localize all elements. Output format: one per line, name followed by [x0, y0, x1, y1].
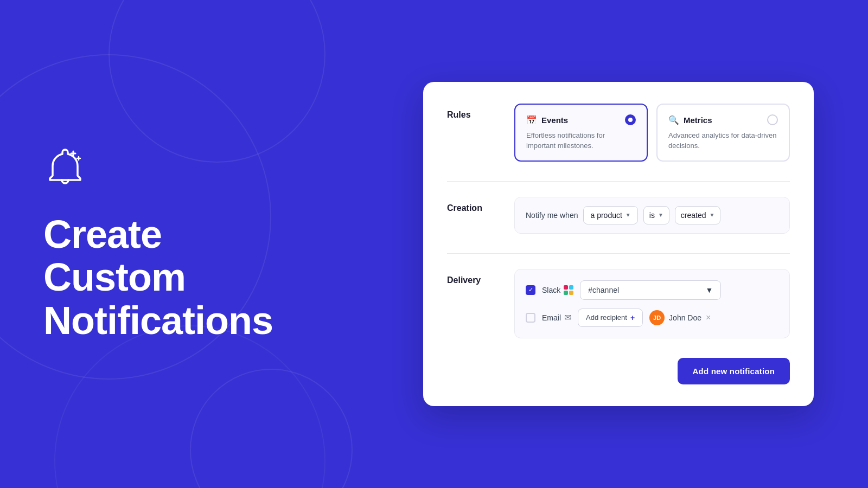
search-icon: 🔍 — [668, 115, 679, 125]
channel-select[interactable]: #channel ▼ — [580, 280, 721, 300]
state-arrow-icon: ▼ — [710, 212, 715, 218]
divider-1 — [447, 181, 790, 182]
events-title: Events — [541, 115, 568, 125]
state-dropdown[interactable]: created ▼ — [675, 206, 721, 224]
hero-title: Create Custom Notifications — [43, 213, 326, 342]
card-footer: Add new notification — [447, 358, 790, 384]
rules-content: 📅 Events Effortless notifications for im… — [514, 104, 790, 161]
metrics-title: Metrics — [684, 115, 712, 125]
add-notification-label: Add new notification — [693, 367, 775, 376]
main-card: Rules 📅 Events — [423, 82, 814, 406]
delivery-rows: ✓ Slack — [514, 269, 790, 338]
rules-label: Rules — [447, 104, 501, 120]
slack-checkbox[interactable]: ✓ — [526, 285, 535, 295]
events-option-header: 📅 Events — [526, 114, 636, 125]
subject-value: a product — [590, 211, 622, 220]
add-recipient-label: Add recipient — [586, 313, 627, 322]
creation-content: Notify me when a product ▼ is ▼ created … — [514, 197, 790, 234]
slack-label: Slack — [542, 285, 573, 295]
events-title-row: 📅 Events — [526, 115, 568, 125]
subject-dropdown[interactable]: a product ▼ — [583, 206, 637, 224]
condition-value: is — [649, 211, 655, 220]
metrics-option[interactable]: 🔍 Metrics Advanced analytics for data-dr… — [656, 104, 790, 161]
divider-2 — [447, 253, 790, 254]
state-value: created — [681, 211, 706, 220]
metrics-title-row: 🔍 Metrics — [668, 115, 712, 125]
rules-options: 📅 Events Effortless notifications for im… — [514, 104, 790, 161]
delivery-section: Delivery ✓ Slack — [447, 269, 790, 338]
email-icon: ✉ — [564, 312, 571, 323]
creation-layout: Creation Notify me when a product ▼ is ▼ — [447, 197, 790, 234]
recipient-name: John Doe — [669, 313, 701, 322]
metrics-radio[interactable] — [767, 114, 778, 125]
condition-dropdown[interactable]: is ▼ — [643, 206, 669, 224]
creation-label: Creation — [447, 197, 501, 213]
metrics-option-header: 🔍 Metrics — [668, 114, 778, 125]
calendar-icon: 📅 — [526, 115, 537, 125]
condition-arrow-icon: ▼ — [658, 212, 663, 218]
creation-row: Notify me when a product ▼ is ▼ created … — [514, 197, 790, 234]
rules-layout: Rules 📅 Events — [447, 104, 790, 161]
add-notification-button[interactable]: Add new notification — [678, 358, 790, 384]
remove-recipient-button[interactable]: × — [706, 313, 711, 322]
delivery-layout: Delivery ✓ Slack — [447, 269, 790, 338]
events-option[interactable]: 📅 Events Effortless notifications for im… — [514, 104, 648, 161]
bg-circle-3 — [190, 369, 353, 488]
delivery-content: ✓ Slack — [514, 269, 790, 338]
channel-value: #channel — [588, 286, 619, 294]
events-radio[interactable] — [625, 114, 636, 125]
add-icon: + — [630, 313, 635, 322]
right-panel: Rules 📅 Events — [369, 60, 868, 427]
rules-section: Rules 📅 Events — [447, 104, 790, 161]
avatar-initials: JD — [653, 314, 661, 321]
subject-arrow-icon: ▼ — [626, 212, 631, 218]
recipient-tag: JD John Doe × — [649, 310, 711, 325]
add-recipient-button[interactable]: Add recipient + — [578, 309, 643, 327]
slack-row: ✓ Slack — [526, 280, 778, 300]
creation-section: Creation Notify me when a product ▼ is ▼ — [447, 197, 790, 234]
metrics-desc: Advanced analytics for data-driven decis… — [668, 131, 778, 150]
delivery-label: Delivery — [447, 269, 501, 285]
recipient-avatar: JD — [649, 310, 665, 325]
channel-arrow-icon: ▼ — [705, 286, 713, 294]
events-desc: Effortless notifications for important m… — [526, 131, 636, 150]
bell-icon — [43, 146, 87, 189]
email-row: Email ✉ Add recipient + JD — [526, 309, 778, 327]
left-panel: Create Custom Notifications — [0, 113, 369, 375]
email-checkbox[interactable] — [526, 313, 535, 323]
channel-dropdown[interactable]: #channel ▼ — [580, 280, 721, 300]
notify-prefix: Notify me when — [526, 211, 578, 220]
slack-icon — [564, 285, 573, 295]
email-label: Email ✉ — [542, 312, 571, 323]
